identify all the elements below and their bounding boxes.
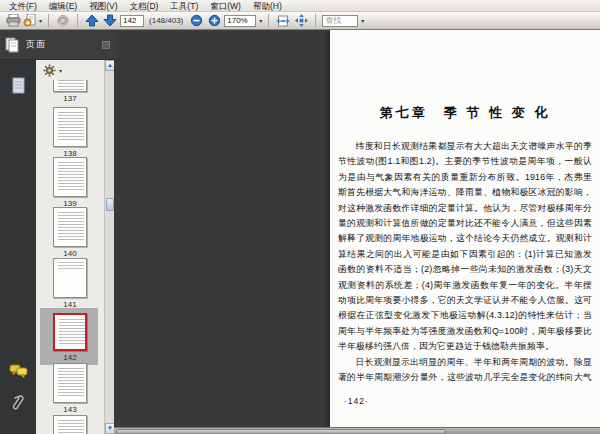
menu-edit[interactable]: 编辑(E)	[43, 0, 83, 12]
toolbar-separator	[315, 14, 316, 27]
thumbnail-page-143[interactable]: 143	[36, 363, 104, 414]
scroll-up-arrow-icon[interactable]: ▲	[105, 60, 114, 71]
printed-page-number: ·142·	[344, 396, 369, 406]
thumbnail-partial[interactable]	[36, 415, 104, 434]
document-page[interactable]: 第七章 季 节 性 变 化 纬度和日长观测结果都显示有大大超出天文谱噪声水平的季…	[330, 30, 600, 427]
chevron-down-icon: ▾	[39, 17, 42, 24]
sidebar-panel-header: 页面	[0, 30, 114, 60]
panel-options-button[interactable]	[102, 41, 110, 49]
thumbnail-image	[53, 107, 87, 147]
full-screen-button[interactable]	[293, 13, 309, 29]
thumbnail-scrollbar[interactable]: ▲ ▼	[104, 60, 114, 434]
fit-width-icon	[276, 15, 290, 27]
zoom-in-icon	[208, 14, 221, 27]
page-thumbnails-panel: ▾ 137 138 139 140 141 142 143	[36, 60, 114, 434]
chapter-title: 第七章 季 节 性 变 化	[330, 104, 600, 122]
scroll-down-arrow-icon[interactable]: ▼	[105, 423, 114, 434]
previous-view-button-disabled[interactable]	[55, 13, 71, 29]
toolbar: ▾	[0, 12, 600, 30]
next-page-button[interactable]	[102, 13, 118, 29]
toolbar-separator	[48, 14, 49, 27]
arrow-up-icon	[85, 14, 99, 27]
full-screen-icon	[295, 14, 308, 27]
thumbnail-page-140[interactable]: 140	[36, 207, 104, 258]
fit-width-button[interactable]	[275, 13, 291, 29]
zoom-in-button[interactable]	[206, 13, 222, 29]
thumbnail-image	[53, 415, 87, 434]
paperclip-icon	[11, 394, 25, 412]
thumbnail-page-141[interactable]: 141	[36, 258, 104, 309]
thumbnail-page-142-selected[interactable]: 142	[36, 313, 104, 362]
previous-view-icon	[56, 14, 70, 27]
toolbar-separator	[77, 14, 78, 27]
page-body-text: 纬度和日长观测结果都显示有大大超出天文谱噪声水平的季节性波动(图1.1和图1.2…	[338, 139, 592, 386]
options-gear-icon[interactable]	[43, 64, 56, 77]
find-dropdown-caret-icon[interactable]: ▾	[361, 17, 364, 24]
thumbnail-page-138[interactable]: 138	[36, 107, 104, 158]
comments-icon	[9, 364, 28, 379]
toolbar-separator	[268, 14, 269, 27]
thumbnail-label: 143	[63, 405, 76, 414]
export-button[interactable]: ▾	[23, 13, 42, 29]
print-button[interactable]	[5, 13, 21, 29]
menu-window[interactable]: 窗口(W)	[204, 0, 247, 12]
zoom-dropdown-caret-icon[interactable]: ▾	[259, 17, 262, 24]
horizontal-scrollbar[interactable]	[114, 427, 600, 434]
thumbnail-label: 137	[63, 94, 76, 103]
sidebar-tab-attachments[interactable]	[6, 392, 30, 414]
menu-tools[interactable]: 工具(T)	[164, 0, 204, 12]
menu-file[interactable]: 文件(F)	[3, 0, 43, 12]
page-position-label: (148/403)	[149, 16, 183, 25]
scrollbar-thumb[interactable]	[106, 198, 114, 211]
menu-help[interactable]: 帮助(H)	[247, 0, 288, 12]
previous-page-button[interactable]	[84, 13, 100, 29]
find-input[interactable]	[322, 15, 358, 27]
thumbnail-image	[53, 157, 87, 197]
thumbnail-image	[53, 363, 87, 403]
sidebar-tab-pages[interactable]	[6, 74, 30, 96]
arrow-down-icon	[103, 14, 117, 27]
thumbnail-label: 142	[63, 353, 76, 362]
menu-view[interactable]: 视图(V)	[83, 0, 123, 12]
thumbnail-image	[53, 313, 87, 351]
page-number-input[interactable]	[120, 15, 144, 27]
thumbnail-page-139[interactable]: 139	[36, 157, 104, 208]
thumbnail-options-row: ▾	[36, 60, 104, 80]
paragraph: 日长观测显示出明显的周年、半年和两年周期的波动。除显著的半年周期潮汐分量外，这些…	[338, 355, 592, 386]
menu-bar: 文件(F) 编辑(E) 视图(V) 文档(D) 工具(T) 窗口(W) 帮助(H…	[0, 0, 600, 12]
pdf-viewer-window: 文件(F) 编辑(E) 视图(V) 文档(D) 工具(T) 窗口(W) 帮助(H…	[0, 0, 600, 434]
menu-document[interactable]: 文档(D)	[124, 0, 165, 12]
pages-panel-icon	[4, 37, 20, 53]
navigation-tab-strip	[0, 60, 36, 434]
options-caret-icon[interactable]: ▾	[59, 67, 62, 74]
printer-icon	[6, 14, 21, 27]
thumbnail-image	[53, 207, 87, 247]
zoom-level-box[interactable]: 170%	[224, 15, 256, 27]
zoom-out-icon	[190, 14, 203, 27]
document-viewer: 第七章 季 节 性 变 化 纬度和日长观测结果都显示有大大超出天文谱噪声水平的季…	[114, 30, 600, 434]
horizontal-scrollbar-thumb[interactable]	[116, 429, 446, 434]
zoom-out-button[interactable]	[188, 13, 204, 29]
export-document-icon	[23, 14, 38, 27]
sidebar-tab-comments[interactable]	[6, 360, 30, 382]
thumbnail-image	[53, 258, 87, 298]
pages-panel-title: 页面	[26, 38, 46, 51]
paragraph: 纬度和日长观测结果都显示有大大超出天文谱噪声水平的季节性波动(图1.1和图1.2…	[338, 139, 592, 355]
thumbnail-label: 140	[63, 249, 76, 258]
page-thumbnail-icon	[11, 77, 26, 94]
